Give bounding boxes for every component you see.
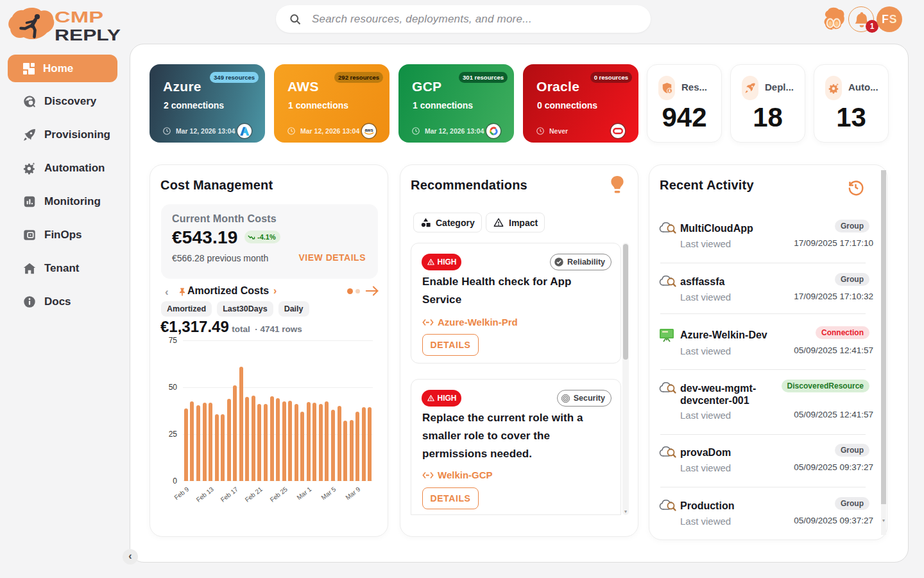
svg-text:aws: aws <box>364 128 373 132</box>
svg-text:CMP: CMP <box>55 9 103 26</box>
svg-text:REPLY: REPLY <box>55 27 121 44</box>
